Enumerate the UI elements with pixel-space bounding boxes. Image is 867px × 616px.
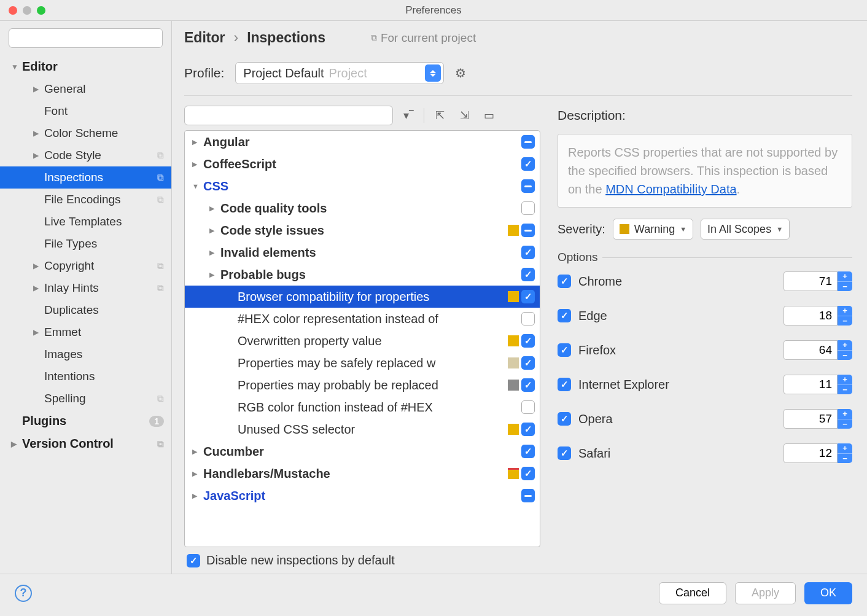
expand-all-icon[interactable]: ⇱: [430, 106, 449, 125]
tree-row[interactable]: ▼CSS: [185, 175, 540, 197]
inspection-checkbox[interactable]: [521, 423, 535, 436]
arrow-icon: ▶: [192, 138, 203, 146]
tree-row[interactable]: Properties may probably be replaced: [185, 374, 540, 396]
breadcrumb-inspections: Inspections: [247, 29, 325, 46]
cancel-button[interactable]: Cancel: [659, 582, 726, 604]
apply-button[interactable]: Apply: [735, 582, 796, 604]
sidebar-item-inspections[interactable]: Inspections⧉: [0, 166, 171, 189]
tree-row-label: Probable bugs: [220, 268, 521, 282]
gear-icon[interactable]: ⚙: [455, 66, 466, 80]
tree-row[interactable]: ▶Cucumber: [185, 440, 540, 462]
tree-row[interactable]: Overwritten property value: [185, 330, 540, 352]
titlebar: Preferences: [0, 0, 867, 21]
inspection-checkbox[interactable]: [521, 445, 535, 458]
tree-row[interactable]: Properties may be safely replaced w: [185, 352, 540, 374]
sidebar-item-font[interactable]: Font: [0, 100, 171, 122]
sidebar-search-input[interactable]: [9, 28, 163, 48]
inspections-tree[interactable]: ▶Angular▶CoffeeScript▼CSS▶Code quality t…: [184, 130, 540, 547]
inspection-checkbox[interactable]: [521, 467, 535, 480]
version-stepper[interactable]: +−: [838, 306, 852, 326]
sidebar-item-code-style[interactable]: ▶Code Style⧉: [0, 144, 171, 166]
tree-row[interactable]: ▶CoffeeScript: [185, 153, 540, 175]
sidebar-item-emmet[interactable]: ▶Emmet: [0, 321, 171, 343]
sidebar-item-images[interactable]: Images: [0, 343, 171, 365]
inspection-search-input[interactable]: [184, 106, 393, 125]
disable-new-checkbox[interactable]: [187, 554, 200, 567]
browser-version-input[interactable]: [783, 443, 838, 463]
tree-row[interactable]: ▶Code style issues: [185, 219, 540, 241]
browser-row: Opera+−: [558, 402, 852, 436]
browser-version-input[interactable]: [783, 375, 838, 394]
tree-row[interactable]: Browser compatibility for properties: [185, 286, 540, 308]
inspection-checkbox[interactable]: [521, 224, 535, 237]
ok-button[interactable]: OK: [804, 582, 852, 604]
version-stepper[interactable]: +−: [838, 409, 852, 429]
sidebar-item-version-control[interactable]: ▶Version Control⧉: [0, 432, 171, 455]
scope-dropdown[interactable]: In All Scopes ▼: [701, 219, 790, 240]
sidebar-item-editor[interactable]: ▼Editor: [0, 55, 171, 78]
sidebar-item-spelling[interactable]: Spelling⧉: [0, 388, 171, 410]
inspection-checkbox[interactable]: [521, 378, 535, 392]
arrow-icon: ▶: [192, 160, 203, 168]
browser-version-input[interactable]: [783, 340, 838, 360]
severity-dropdown[interactable]: Warning ▼: [613, 219, 693, 240]
tree-row[interactable]: ▶JavaScript: [185, 485, 540, 507]
version-stepper[interactable]: +−: [838, 443, 852, 463]
tree-row[interactable]: ▶Handlebars/Mustache: [185, 462, 540, 485]
reset-icon[interactable]: ▭: [480, 106, 498, 125]
sidebar-item-general[interactable]: ▶General: [0, 78, 171, 100]
sidebar-item-copyright[interactable]: ▶Copyright⧉: [0, 255, 171, 277]
browser-row: Internet Explorer+−: [558, 367, 852, 402]
inspection-checkbox[interactable]: [521, 268, 535, 281]
browser-checkbox[interactable]: [558, 343, 571, 357]
tree-row[interactable]: Unused CSS selector: [185, 418, 540, 440]
version-stepper[interactable]: +−: [838, 375, 852, 394]
browser-checkbox[interactable]: [558, 412, 571, 426]
filter-icon[interactable]: ▾▔: [399, 106, 418, 125]
browser-checkbox[interactable]: [558, 446, 571, 460]
version-stepper[interactable]: +−: [838, 340, 852, 360]
sidebar-item-file-encodings[interactable]: File Encodings⧉: [0, 189, 171, 211]
browser-checkbox[interactable]: [558, 309, 571, 322]
sidebar-item-plugins[interactable]: Plugins1: [0, 410, 171, 432]
sidebar-item-color-scheme[interactable]: ▶Color Scheme: [0, 122, 171, 144]
inspection-checkbox[interactable]: [521, 312, 535, 326]
sidebar-item-inlay-hints[interactable]: ▶Inlay Hints⧉: [0, 277, 171, 299]
browser-version-input[interactable]: [783, 306, 838, 326]
mdn-link[interactable]: MDN Compatibility Data: [605, 182, 736, 196]
inspection-checkbox[interactable]: [521, 201, 535, 215]
inspection-checkbox[interactable]: [521, 179, 535, 193]
inspection-checkbox[interactable]: [521, 157, 535, 171]
sidebar-item-duplicates[interactable]: Duplicates: [0, 299, 171, 321]
sidebar-item-label: Inlay Hints: [44, 281, 99, 295]
tree-row[interactable]: #HEX color representation instead of: [185, 308, 540, 330]
profile-select[interactable]: Project Default Project: [235, 62, 444, 84]
version-stepper[interactable]: +−: [838, 271, 852, 291]
inspection-checkbox[interactable]: [521, 290, 535, 303]
inspection-checkbox[interactable]: [521, 356, 535, 370]
tree-row[interactable]: ▶Code quality tools: [185, 197, 540, 219]
browser-checkbox[interactable]: [558, 378, 571, 391]
inspection-checkbox[interactable]: [521, 489, 535, 502]
collapse-all-icon[interactable]: ⇲: [455, 106, 473, 125]
tree-row[interactable]: ▶Angular: [185, 131, 540, 153]
sidebar-item-intentions[interactable]: Intentions: [0, 365, 171, 388]
sidebar-item-live-templates[interactable]: Live Templates: [0, 211, 171, 233]
sidebar-item-label: Editor: [22, 60, 58, 74]
inspection-checkbox[interactable]: [521, 334, 535, 348]
arrow-icon: ▶: [209, 249, 220, 257]
tree-row[interactable]: ▶Invalid elements: [185, 241, 540, 263]
inspection-checkbox[interactable]: [521, 135, 535, 149]
browser-checkbox[interactable]: [558, 275, 571, 288]
tree-row[interactable]: ▶Probable bugs: [185, 263, 540, 286]
inspection-checkbox[interactable]: [521, 246, 535, 259]
inspection-checkbox[interactable]: [521, 400, 535, 414]
browser-version-input[interactable]: [783, 271, 838, 291]
severity-swatch-icon: [508, 335, 519, 346]
browser-version-input[interactable]: [783, 409, 838, 429]
help-button[interactable]: ?: [15, 585, 32, 602]
sidebar-item-file-types[interactable]: File Types: [0, 233, 171, 255]
severity-swatch-icon: [508, 380, 519, 391]
project-scope-icon: ⧉: [157, 439, 164, 450]
tree-row[interactable]: RGB color function instead of #HEX: [185, 396, 540, 418]
